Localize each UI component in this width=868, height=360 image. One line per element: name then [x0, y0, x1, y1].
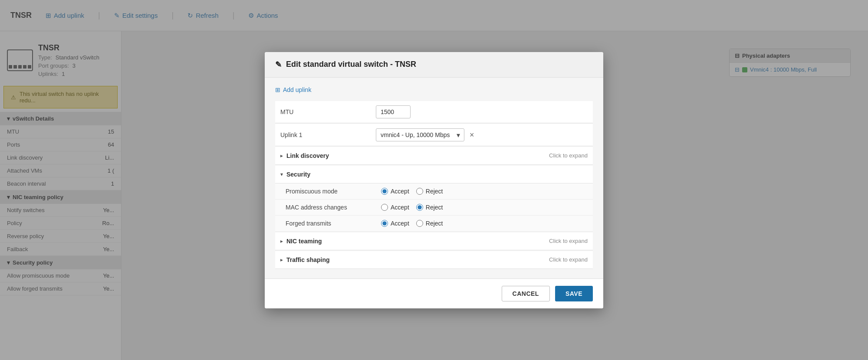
security-section: ▾ Security Promiscuous mode Accept	[275, 166, 593, 232]
mac-reject-radio[interactable]	[416, 204, 423, 211]
promiscuous-accept-option[interactable]: Accept	[381, 188, 409, 195]
forged-reject-radio[interactable]	[416, 220, 423, 227]
mac-accept-option[interactable]: Accept	[381, 204, 409, 211]
forged-accept-option[interactable]: Accept	[381, 220, 409, 227]
modal-header: ✎ Edit standard virtual switch - TNSR	[265, 52, 603, 78]
promiscuous-reject-option[interactable]: Reject	[416, 188, 443, 195]
traffic-shaping-chevron: ▸	[280, 257, 283, 263]
traffic-shaping-expand-header[interactable]: ▸ Traffic shaping Click to expand	[275, 251, 593, 269]
security-expand-header[interactable]: ▾ Security	[275, 166, 593, 183]
modal-body: ⊞ Add uplink MTU Uplink 1 vmnic4 - Up,	[265, 78, 603, 278]
mac-address-radio-group: Accept Reject	[381, 204, 443, 211]
nic-teaming-expand-header[interactable]: ▸ NIC teaming Click to expand	[275, 232, 593, 250]
link-discovery-expand-header[interactable]: ▸ Link discovery Click to expand	[275, 147, 593, 165]
mac-reject-option[interactable]: Reject	[416, 204, 443, 211]
mtu-label: MTU	[280, 108, 376, 115]
promiscuous-reject-radio[interactable]	[416, 188, 423, 195]
nic-teaming-chevron: ▸	[280, 238, 283, 244]
security-rows: Promiscuous mode Accept Reject	[275, 183, 593, 232]
forged-accept-radio[interactable]	[381, 220, 388, 227]
cancel-button[interactable]: CANCEL	[502, 286, 550, 301]
mac-address-row: MAC address changes Accept Reject	[275, 200, 593, 216]
promiscuous-mode-radio-group: Accept Reject	[381, 188, 443, 195]
promiscuous-accept-radio[interactable]	[381, 188, 388, 195]
link-discovery-section: ▸ Link discovery Click to expand	[275, 147, 593, 165]
link-discovery-chevron: ▸	[280, 153, 283, 159]
mtu-control	[376, 105, 588, 118]
mtu-input[interactable]	[376, 105, 411, 118]
save-button[interactable]: SAVE	[555, 286, 593, 301]
security-chevron: ▾	[280, 171, 283, 177]
uplink1-form-row: Uplink 1 vmnic4 - Up, 10000 Mbps ▾ ×	[275, 124, 593, 146]
modal: ✎ Edit standard virtual switch - TNSR ⊞ …	[265, 52, 603, 308]
mac-accept-radio[interactable]	[381, 204, 388, 211]
add-uplink-link[interactable]: ⊞ Add uplink	[275, 86, 593, 93]
traffic-shaping-section: ▸ Traffic shaping Click to expand	[275, 251, 593, 269]
remove-uplink-button[interactable]: ×	[470, 131, 474, 139]
modal-overlay: ✎ Edit standard virtual switch - TNSR ⊞ …	[0, 0, 868, 360]
forged-reject-option[interactable]: Reject	[416, 220, 443, 227]
modal-title: Edit standard virtual switch - TNSR	[286, 60, 416, 69]
nic-teaming-modal-section: ▸ NIC teaming Click to expand	[275, 232, 593, 250]
uplink1-label: Uplink 1	[280, 131, 376, 138]
promiscuous-mode-row: Promiscuous mode Accept Reject	[275, 183, 593, 200]
forged-transmits-radio-group: Accept Reject	[381, 220, 443, 227]
forged-transmits-row: Forged transmits Accept Reject	[275, 216, 593, 232]
edit-icon: ✎	[275, 60, 282, 69]
mtu-form-row: MTU	[275, 101, 593, 123]
uplink1-control: vmnic4 - Up, 10000 Mbps ▾ ×	[376, 128, 588, 141]
add-uplink-icon-modal: ⊞	[275, 86, 280, 93]
uplink1-select[interactable]: vmnic4 - Up, 10000 Mbps	[376, 128, 464, 141]
modal-footer: CANCEL SAVE	[265, 278, 603, 308]
